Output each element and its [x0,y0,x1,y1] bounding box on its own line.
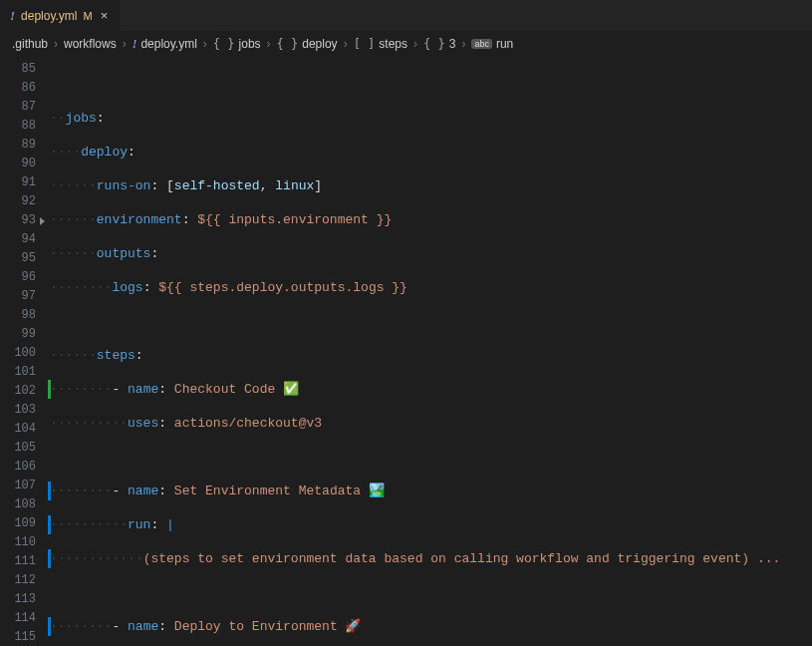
close-icon[interactable]: × [99,8,111,23]
line-number: 87 [0,98,36,117]
breadcrumb-symbol[interactable]: run [496,37,513,51]
line-number: 85 [0,60,36,79]
diff-added-marker [48,380,51,399]
code-line[interactable]: ··········run: | [50,515,812,534]
fold-marker-icon[interactable] [40,217,45,225]
line-number: 89 [0,136,36,155]
line-number: 108 [0,495,36,514]
line-number: 99 [0,325,36,344]
breadcrumb-symbol[interactable]: deploy [302,37,337,51]
line-number: 112 [0,571,36,590]
line-number: 103 [0,401,36,420]
line-number: 94 [0,230,36,249]
chevron-right-icon: › [265,37,273,51]
yaml-file-icon: ! [133,37,137,52]
line-number: 105 [0,439,36,458]
chevron-right-icon: › [52,37,60,51]
line-number: 111 [0,552,36,571]
code-line[interactable] [50,312,812,331]
line-number: 110 [0,533,36,552]
line-number: 115 [0,628,36,646]
line-number: 93 [0,211,36,230]
yaml-file-icon: ! [10,8,15,24]
breadcrumb-symbol[interactable]: 3 [449,37,456,51]
code-line[interactable] [50,75,812,94]
tab-filename: deploy.yml [21,9,77,23]
object-icon: { } [277,37,299,51]
code-line[interactable]: ········- name: Checkout Code ✅ [50,380,812,399]
code-line[interactable]: ········- name: Set Environment Metadata… [50,482,812,500]
chevron-right-icon: › [121,37,129,51]
line-number: 114 [0,609,36,628]
code-line[interactable]: ······runs-on: [self-hosted, linux] [50,176,812,195]
object-icon: { } [423,37,445,51]
breadcrumb[interactable]: .github › workflows › ! deploy.yml › { }… [0,32,812,56]
code-line[interactable] [50,583,812,602]
code-line[interactable]: ··········uses: actions/checkout@v3 [50,414,812,433]
line-number: 91 [0,173,36,192]
editor-tab-deploy-yml[interactable]: ! deploy.yml M × [0,0,121,31]
tab-bar: ! deploy.yml M × [0,0,812,32]
chevron-right-icon: › [201,37,209,51]
code-line[interactable]: ··jobs: [50,109,812,128]
object-icon: { } [213,37,235,51]
code-line[interactable]: ········logs: ${{ steps.deploy.outputs.l… [50,278,812,297]
line-number: 90 [0,155,36,173]
code-line[interactable] [50,448,812,467]
diff-modified-marker [48,515,51,534]
line-number: 109 [0,514,36,533]
diff-modified-marker [48,549,51,568]
code-line[interactable]: ······outputs: [50,244,812,263]
breadcrumb-folder[interactable]: .github [12,37,48,51]
code-content[interactable]: ··jobs: ····deploy: ······runs-on: [self… [50,60,812,646]
breadcrumb-symbol[interactable]: jobs [239,37,261,51]
line-number: 92 [0,192,36,211]
line-number: 88 [0,117,36,136]
line-number: 100 [0,344,36,363]
line-number: 102 [0,382,36,401]
line-number: 101 [0,363,36,382]
breadcrumb-folder[interactable]: workflows [64,37,117,51]
chevron-right-icon: › [342,37,350,51]
code-line[interactable]: ············(steps to set environment da… [50,549,812,568]
line-number: 95 [0,249,36,268]
diff-modified-marker [48,482,51,500]
line-number: 96 [0,268,36,287]
line-number: 86 [0,79,36,98]
breadcrumb-symbol[interactable]: steps [379,37,407,51]
line-number: 107 [0,477,36,495]
breadcrumb-file[interactable]: deploy.yml [140,37,196,51]
line-number: 104 [0,420,36,439]
diff-modified-marker [48,617,51,636]
line-number: 106 [0,458,36,477]
code-line[interactable]: ······steps: [50,346,812,365]
code-line[interactable]: ····deploy: [50,143,812,162]
chevron-right-icon: › [459,37,467,51]
string-icon: abc [471,39,492,49]
line-number: 97 [0,287,36,306]
array-icon: [ ] [354,37,376,51]
line-number: 98 [0,306,36,325]
code-line[interactable]: ······environment: ${{ inputs.environmen… [50,210,812,229]
line-number-gutter: 85 86 87 88 89 90 91 92 93 94 95 96 97 9… [0,60,50,646]
code-editor[interactable]: 85 86 87 88 89 90 91 92 93 94 95 96 97 9… [0,56,812,646]
line-number: 113 [0,590,36,609]
code-line[interactable]: ········- name: Deploy to Environment 🚀 [50,617,812,636]
chevron-right-icon: › [411,37,419,51]
tab-modified-badge: M [84,10,93,22]
